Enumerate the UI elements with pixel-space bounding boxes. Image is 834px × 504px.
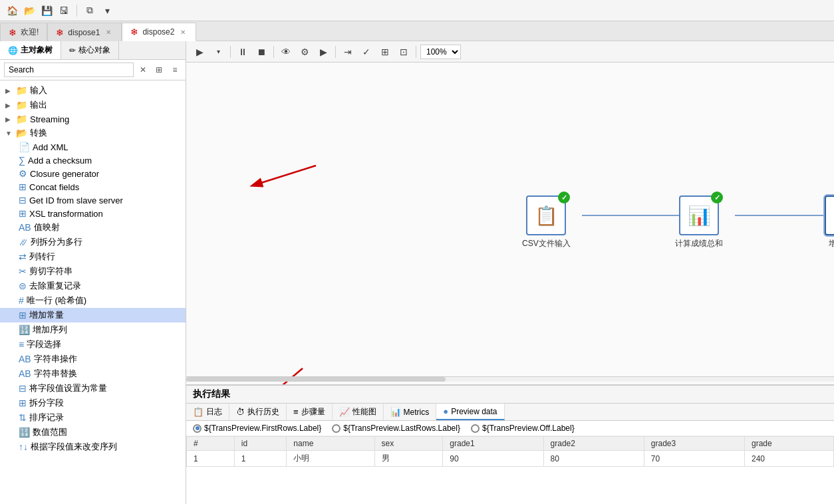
chevron-down-icon[interactable]: ▾ [100,4,114,17]
zoom-select[interactable]: 50% 75% 100% 125% 150% 200% [420,45,461,59]
tree-item-set-field-const[interactable]: ⊟ 将字段值设置为常量 [0,381,186,396]
tree-item-closure-gen[interactable]: ⚙ Closure generator [0,167,186,180]
bottom-tab-log[interactable]: 📋 日志 [186,404,229,420]
tree-item-cut-string[interactable]: ✂ 剪切字符串 [0,264,186,279]
search-clear-button[interactable]: ✕ [136,63,150,76]
item-icon-dedup: ⊜ [19,281,27,291]
bottom-tab-preview[interactable]: ● Preview data [436,404,504,420]
tree-item-field-select[interactable]: ≡ 字段选择 [0,337,186,352]
tree-item-get-id[interactable]: ⊟ Get ID from slave server [0,193,186,207]
tree-label-add-seq: 增加序列 [33,324,67,336]
sep-4 [416,46,416,58]
tree-item-streaming[interactable]: ▶ 📁 Streaming [0,112,186,126]
tree-item-xsl[interactable]: ⊞ XSL transformation [0,207,186,220]
left-tabs: 🌐 主对象树 ✏ 核心对象 [0,41,186,60]
bottom-header: 执行结果 [186,386,834,404]
tree-item-col-rotate[interactable]: ⇄ 列转行 [0,249,186,264]
tree-item-add-const[interactable]: ⊞ 增加常量 [0,308,186,322]
search-layout-btn[interactable]: ⊞ [152,63,166,76]
node-box-csv-input[interactable]: ✓ 📋 [526,195,566,235]
tree-item-str-ops[interactable]: AB 字符串操作 [0,352,186,366]
bottom-tab-steps[interactable]: ≡ 步骤量 [287,404,333,420]
tab-dispose2[interactable]: ❄ dispose2 ✕ [122,23,196,41]
radio-off[interactable]: ${TransPreview.Off.Label} [471,424,575,433]
tab-welcome[interactable]: ❄ 欢迎! [0,23,47,41]
tree-item-col-split[interactable]: ⫻ 列拆分为多行 [0,235,186,249]
tree-item-add-xml[interactable]: 📄 Add XML [0,140,186,154]
check-btn[interactable]: ✓ [358,44,374,60]
core-obj-icon: ✏ [69,46,76,55]
flow-node-add-const[interactable]: 📝 增加常量 [825,195,834,249]
tree-item-split-field[interactable]: ⊞ 拆分字段 [0,396,186,410]
align-btn[interactable]: ⊞ [377,44,393,60]
tree-item-add-checksum[interactable]: ∑ Add a checksum [0,154,186,167]
run-debug-btn[interactable]: ▶ [315,44,331,60]
radio-label-first: ${TransPreview.FirstRows.Label} [204,424,321,433]
debug-btn[interactable]: ⚙ [297,44,313,60]
layers-icon[interactable]: ⧉ [83,4,96,17]
radio-dot-off [471,424,480,433]
table-cell-sex: 男 [374,451,443,467]
left-tab-core-obj[interactable]: ✏ 核心对象 [61,41,119,59]
save-icon[interactable]: 💾 [40,4,53,17]
tree-item-output[interactable]: ▶ 📁 输出 [0,98,186,112]
horizontal-scrollbar[interactable] [186,376,834,382]
tree-item-input[interactable]: ▶ 📁 输入 [0,83,186,98]
fit-btn[interactable]: ⊡ [396,44,412,60]
radio-first-rows[interactable]: ${TransPreview.FirstRows.Label} [193,424,321,433]
perf-icon: 📈 [339,407,350,417]
tree-item-field-value-seq[interactable]: ↑↓ 根据字段值来改变序列 [0,440,186,454]
tree-toggle-streaming[interactable]: ▶ [5,116,13,123]
log-icon: 📋 [193,407,204,417]
bottom-tab-metrics[interactable]: 📊 Metrics [384,404,437,420]
tree-label-add-const: 增加常量 [29,309,64,321]
tree-label-output: 输出 [30,99,47,111]
bottom-tab-history[interactable]: ⏱ 执行历史 [229,404,287,420]
stop-btn[interactable]: ⏹ [253,44,269,60]
flow-node-calc-sum[interactable]: ✓ 📊 计算成绩总和 [675,195,723,249]
node-label-add-const: 增加常量 [829,238,834,249]
item-icon-add-checksum: ∑ [19,155,25,166]
run-btn[interactable]: ▶ [192,44,208,60]
tree-item-num-range[interactable]: 🔢 数值范围 [0,425,186,440]
tree-item-add-seq[interactable]: 🔢 增加序列 [0,322,186,337]
tree-toggle-output[interactable]: ▶ [5,102,13,109]
tab-welcome-icon: ❄ [9,27,17,38]
item-icon-concat-fields: ⊞ [19,182,27,192]
tree-item-str-replace[interactable]: AB 字符串替换 [0,366,186,381]
run-dropdown-btn[interactable]: ▾ [210,44,226,60]
preview-btn[interactable]: 👁 [278,44,294,60]
tree-item-dedup[interactable]: ⊜ 去除重复记录 [0,279,186,293]
radio-last-rows[interactable]: ${TransPreview.LastRows.Label} [332,424,460,433]
sep-3 [335,46,336,58]
open-icon[interactable]: 📂 [23,4,36,17]
pause-btn[interactable]: ⏸ [235,44,251,60]
tree-item-unique-hash[interactable]: # 唯一行 (哈希值) [0,293,186,308]
tree-item-sort-records[interactable]: ⇅ 排序记录 [0,410,186,425]
item-icon-xsl: ⊞ [19,208,27,219]
save-all-icon[interactable]: 🖫 [57,4,70,17]
left-tab-main-tree[interactable]: 🌐 主对象树 [0,41,61,59]
scrollbar-thumb-h[interactable] [186,377,446,382]
step-btn[interactable]: ⇥ [340,44,356,60]
node-box-calc-sum[interactable]: ✓ 📊 [679,195,719,235]
node-box-add-const[interactable]: 📝 [825,195,834,235]
bottom-tab-log-label: 日志 [206,406,222,418]
tab-dispose1[interactable]: ❄ dispose1 ✕ [47,23,122,41]
tab-dispose2-close[interactable]: ✕ [178,28,188,37]
home-icon[interactable]: 🏠 [5,4,19,17]
search-input[interactable] [4,63,134,77]
flow-node-csv-input[interactable]: ✓ 📋 CSV文件输入 [522,195,571,249]
bottom-tab-perf[interactable]: 📈 性能图 [333,404,384,420]
tree-item-value-map[interactable]: AB 值映射 [0,220,186,235]
item-icon-add-xml: 📄 [19,142,30,152]
search-filter-btn[interactable]: ≡ [168,63,182,76]
tree-label-add-checksum: Add a checksum [28,156,92,166]
tree-item-transform[interactable]: ▼ 📂 转换 [0,126,186,140]
tree-toggle-input[interactable]: ▶ [5,87,13,94]
tree-item-concat-fields[interactable]: ⊞ Concat fields [0,180,186,193]
tree-toggle-transform[interactable]: ▼ [5,130,13,137]
tree-label-closure-gen: Closure generator [30,169,99,179]
tab-dispose1-close[interactable]: ✕ [104,28,113,37]
tab-dispose2-label: dispose2 [142,27,174,37]
